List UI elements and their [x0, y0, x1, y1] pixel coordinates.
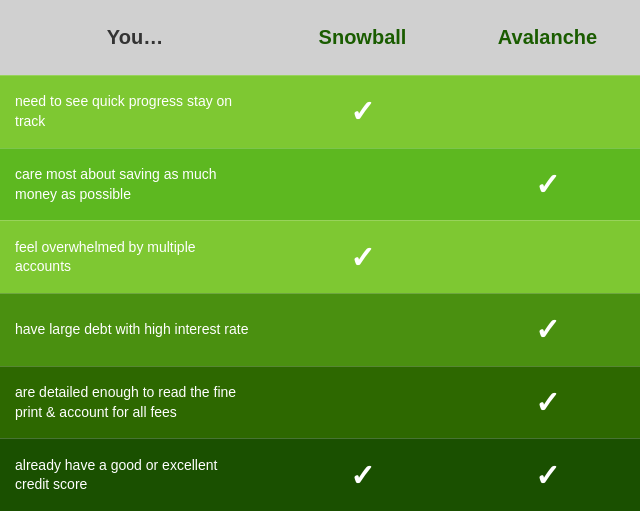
- checkmark-icon: ✓: [350, 458, 375, 493]
- table-row-1: need to see quick progress stay on track…: [0, 75, 640, 148]
- row-5-you-text: are detailed enough to read the fine pri…: [0, 371, 270, 434]
- row-6-avalanche-check: ✓: [455, 458, 640, 493]
- row-3-snowball-check: ✓: [270, 240, 455, 275]
- row-3-you-text: feel overwhelmed by multiple accounts: [0, 226, 270, 289]
- header-you: You…: [0, 16, 270, 59]
- checkmark-icon: ✓: [350, 94, 375, 129]
- row-2-avalanche-check: ✓: [455, 167, 640, 202]
- row-6-you-text: already have a good or excellent credit …: [0, 444, 270, 507]
- table-row-2: care most about saving as much money as …: [0, 148, 640, 221]
- header-snowball: Snowball: [270, 16, 455, 59]
- data-rows: need to see quick progress stay on track…: [0, 75, 640, 511]
- checkmark-icon: ✓: [535, 385, 560, 420]
- row-1-you-text: need to see quick progress stay on track: [0, 80, 270, 143]
- checkmark-icon: ✓: [535, 458, 560, 493]
- row-1-snowball-check: ✓: [270, 94, 455, 129]
- header-avalanche: Avalanche: [455, 16, 640, 59]
- comparison-table: You… Snowball Avalanche need to see quic…: [0, 0, 640, 511]
- checkmark-icon: ✓: [350, 240, 375, 275]
- table-row-3: feel overwhelmed by multiple accounts✓: [0, 220, 640, 293]
- row-6-snowball-check: ✓: [270, 458, 455, 493]
- table-row-4: have large debt with high interest rate✓: [0, 293, 640, 366]
- row-4-you-text: have large debt with high interest rate: [0, 308, 270, 352]
- table-row-6: already have a good or excellent credit …: [0, 438, 640, 511]
- row-2-you-text: care most about saving as much money as …: [0, 153, 270, 216]
- checkmark-icon: ✓: [535, 312, 560, 347]
- row-4-avalanche-check: ✓: [455, 312, 640, 347]
- header-row: You… Snowball Avalanche: [0, 0, 640, 75]
- table-row-5: are detailed enough to read the fine pri…: [0, 366, 640, 439]
- row-5-avalanche-check: ✓: [455, 385, 640, 420]
- checkmark-icon: ✓: [535, 167, 560, 202]
